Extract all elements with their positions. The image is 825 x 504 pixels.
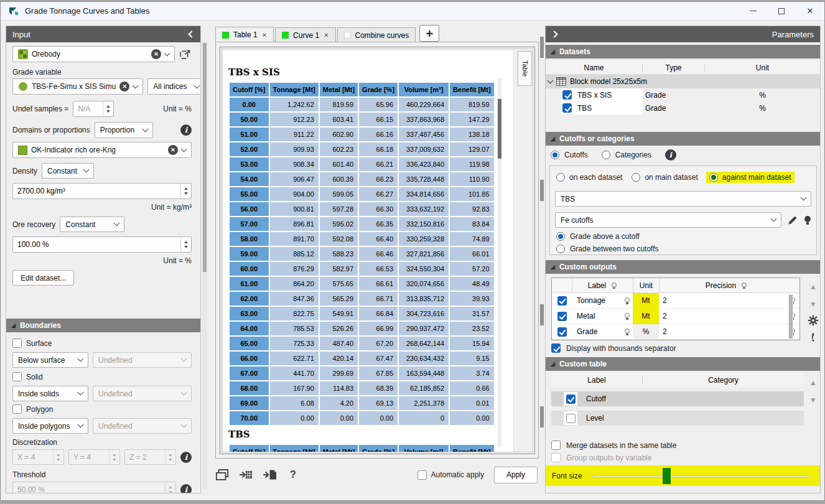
info-icon[interactable] — [180, 452, 192, 463]
dataset-row[interactable]: TBS x SISGrade% — [546, 88, 820, 101]
new-window-icon[interactable] — [215, 469, 229, 481]
grade-above-radio[interactable] — [556, 232, 565, 241]
scrollbar-thumb[interactable] — [498, 99, 501, 159]
document-scrollbar[interactable] — [498, 78, 501, 447]
edit-dataset-button[interactable]: Edit dataset... — [12, 270, 74, 286]
table-document[interactable]: TBS x SISCutoff [%]Tonnage [Mt]Metal [Mt… — [223, 50, 514, 452]
table-side-tab[interactable]: Table — [518, 51, 532, 86]
export-table-icon[interactable] — [239, 469, 253, 481]
output-row[interactable]: Grade%2 — [552, 324, 799, 340]
output-checkbox[interactable] — [557, 327, 567, 337]
clear-icon[interactable] — [168, 145, 178, 155]
density-mode-combobox[interactable]: Constant — [42, 163, 94, 179]
export-file-icon[interactable] — [263, 469, 276, 481]
lightbulb-icon[interactable] — [740, 281, 747, 289]
collapse-right-icon[interactable] — [551, 30, 557, 37]
custom-table-row[interactable]: Level — [551, 411, 804, 426]
dataset-group-row[interactable]: Block model 25x25x5m — [546, 75, 820, 88]
ore-recovery-mode-combobox[interactable]: Constant — [60, 217, 124, 232]
lightbulb-icon[interactable] — [623, 312, 630, 320]
boundaries-section-header[interactable]: ◢ Boundaries — [6, 319, 200, 332]
surface-checkbox[interactable] — [12, 338, 22, 348]
spin-arrows[interactable] — [103, 101, 113, 116]
group-outputs-checkbox[interactable] — [551, 453, 561, 462]
spin-arrows[interactable] — [180, 184, 191, 198]
collapse-left-icon[interactable] — [188, 30, 195, 37]
tab-close-icon[interactable] — [324, 32, 329, 39]
threshold-spinbox[interactable]: 50.00 % — [12, 482, 176, 493]
categories-radio[interactable] — [602, 151, 610, 159]
close-button[interactable] — [796, 2, 824, 20]
help-icon[interactable]: ? — [286, 469, 300, 481]
discretization-z-spinbox[interactable]: Z = 2 — [124, 449, 176, 465]
tab-curve-1[interactable]: Curve 1 — [275, 27, 335, 42]
output-row[interactable]: TonnageMt2 — [552, 293, 799, 309]
splitter-handle[interactable] — [540, 406, 544, 427]
expander-icon[interactable] — [548, 78, 554, 84]
cutoffs-section-header[interactable]: ◢ Cutoffs or categories — [546, 132, 820, 146]
discretization-y-spinbox[interactable]: Y = 4 — [68, 449, 120, 465]
domains-combobox[interactable]: Proportion — [95, 122, 153, 138]
clear-icon[interactable] — [151, 49, 161, 59]
splitter-handle[interactable] — [540, 304, 544, 325]
cutoff-set-combobox[interactable]: Fe cutoffs — [555, 212, 781, 228]
info-icon[interactable] — [180, 484, 192, 493]
lightbulb-icon[interactable] — [623, 297, 630, 305]
discretization-x-spinbox[interactable]: X = 4 — [12, 449, 64, 465]
indices-combobox[interactable]: All indices — [147, 78, 200, 95]
custom-table-section-header[interactable]: ◢ Custom table — [546, 357, 820, 371]
solid-mode-combobox[interactable]: Inside solids — [12, 386, 88, 401]
info-icon[interactable] — [180, 124, 192, 136]
apply-button[interactable]: Apply — [494, 467, 538, 483]
grade-between-radio[interactable] — [556, 245, 565, 253]
polygon-object-combobox[interactable]: Undefined — [93, 418, 192, 434]
move-down-icon[interactable]: ▼ — [807, 300, 819, 309]
spin-arrows[interactable] — [53, 450, 63, 464]
clear-icon[interactable] — [119, 82, 129, 91]
edit-pencil-icon[interactable] — [788, 215, 798, 225]
lightbulb-icon[interactable] — [623, 328, 630, 336]
move-up-icon[interactable]: ▲ — [807, 378, 819, 387]
maximize-button[interactable] — [767, 2, 796, 20]
row-checkbox[interactable] — [566, 414, 576, 423]
tab-combine-curves[interactable]: Combine curves — [337, 27, 416, 42]
row-checkbox[interactable] — [566, 394, 576, 404]
splitter-handle[interactable] — [540, 180, 544, 201]
ore-recovery-spinbox[interactable]: 100.00 % — [12, 236, 192, 253]
merge-datasets-checkbox[interactable] — [551, 441, 561, 450]
custom-outputs-section-header[interactable]: ◢ Custom outputs — [546, 260, 820, 274]
output-unit-cell[interactable]: % — [633, 324, 659, 340]
info-icon[interactable] — [807, 331, 819, 343]
output-unit-cell[interactable]: Mt — [633, 309, 659, 324]
scope-main-radio[interactable] — [632, 173, 640, 182]
dataset-checkbox[interactable] — [562, 90, 572, 100]
thousands-separator-checkbox[interactable] — [551, 343, 561, 353]
density-spinbox[interactable]: 2700.00 kg/m³ — [12, 183, 192, 199]
dataset-row[interactable]: TBSGrade% — [546, 101, 820, 114]
scrollbar-thumb[interactable] — [203, 43, 207, 272]
spin-arrows[interactable] — [109, 450, 119, 464]
font-size-slider[interactable] — [592, 468, 810, 484]
polygon-checkbox[interactable] — [12, 404, 22, 414]
outputs-scrollbar[interactable] — [788, 294, 793, 339]
solid-object-combobox[interactable]: Undefined — [93, 386, 192, 401]
datasets-section-header[interactable]: ◢ Datasets — [546, 45, 820, 58]
move-up-icon[interactable]: ▲ — [807, 282, 819, 291]
surface-mode-combobox[interactable]: Below surface — [12, 352, 88, 368]
undef-samples-spinbox[interactable]: N/A — [73, 101, 114, 117]
minimize-button[interactable] — [739, 2, 767, 20]
output-checkbox[interactable] — [557, 296, 567, 306]
orebody-combobox[interactable]: Orebody — [12, 46, 175, 62]
input-panel-scrollbar[interactable] — [202, 42, 207, 488]
tab-close-icon[interactable] — [262, 32, 267, 39]
dataset-checkbox[interactable] — [562, 103, 572, 113]
move-down-icon[interactable]: ▼ — [807, 396, 819, 404]
slider-handle[interactable] — [663, 468, 671, 484]
custom-table-row[interactable]: Cutoff — [551, 391, 804, 406]
tab-table-1[interactable]: Table 1 — [215, 27, 274, 42]
lamp-icon[interactable] — [804, 215, 811, 225]
output-unit-cell[interactable]: Mt — [633, 293, 659, 309]
spin-arrows[interactable] — [165, 450, 175, 464]
settings-gear-icon[interactable] — [807, 315, 819, 329]
scope-each-radio[interactable] — [556, 173, 565, 182]
